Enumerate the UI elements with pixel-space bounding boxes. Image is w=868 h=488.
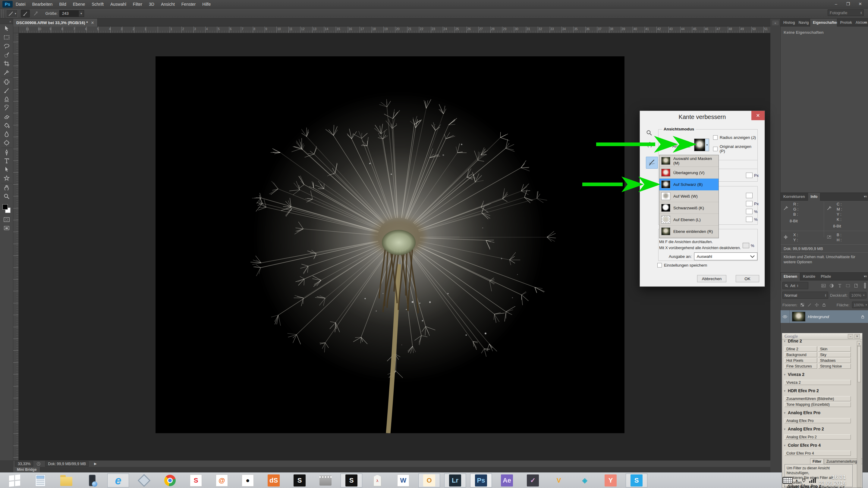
menu-ebene[interactable]: Ebene xyxy=(73,2,85,7)
s-app-taskbar-icon[interactable]: S xyxy=(289,474,310,487)
opacity-field[interactable]: 100%▾ xyxy=(849,292,867,298)
menu-datei[interactable]: Datei xyxy=(16,2,26,7)
path-select-tool[interactable] xyxy=(1,165,12,174)
tab-kanle[interactable]: Kanäle xyxy=(800,272,818,281)
taskbar-clock[interactable]: 16:31 23.09.2014 xyxy=(819,474,846,486)
cancel-button[interactable]: Abbrechen xyxy=(697,275,726,282)
nik-section-hdr-efex-pro-2[interactable]: ▾HDR Efex Pro 2 xyxy=(784,388,819,393)
show-radius-checkbox[interactable]: Radius anzeigen (J) xyxy=(713,135,756,140)
layer-visibility-toggle[interactable] xyxy=(781,310,789,323)
layer-row-background[interactable]: Hintergrund xyxy=(781,310,868,323)
menu-auswahl[interactable]: Auswahl xyxy=(110,2,126,7)
nik-section-viveza-2[interactable]: ▾Viveza 2 xyxy=(784,372,804,377)
y-app-taskbar-icon[interactable]: Y xyxy=(600,474,621,487)
workspace-select[interactable]: Fotografie ▴▾ xyxy=(828,9,864,16)
nik-filter-button[interactable]: Zusammenführen (Bildreihe) xyxy=(784,396,851,401)
mini-bridge-tab[interactable]: Mini Bridge xyxy=(13,467,40,472)
lock-position-icon[interactable] xyxy=(814,302,819,307)
collapse-tools-button[interactable]: » xyxy=(0,19,13,24)
status-options-arrow[interactable]: ▶ xyxy=(94,462,96,466)
healing-tool[interactable] xyxy=(1,77,12,86)
menu-bearbeiten[interactable]: Bearbeiten xyxy=(32,2,53,7)
close-icon[interactable]: ✕ xyxy=(855,334,860,338)
move-tool[interactable] xyxy=(1,24,12,33)
paint-bucket-tool[interactable] xyxy=(1,121,12,130)
close-icon[interactable]: ✕ xyxy=(91,21,94,25)
nik-filter-button[interactable]: Skin xyxy=(818,347,851,352)
nik-section-dfine-2[interactable]: ▾Dfine 2 xyxy=(784,338,802,344)
fill-field[interactable]: 100%▾ xyxy=(852,301,868,308)
ds-app-taskbar-icon[interactable]: dS xyxy=(263,474,284,487)
view-mode-item-7[interactable]: Ebene einblenden (R) xyxy=(659,226,718,237)
nik-filter-button[interactable]: Analog Efex Pro xyxy=(784,418,851,423)
carton-app-taskbar-icon[interactable]: λ xyxy=(367,474,388,487)
filter-smart-objects-icon[interactable] xyxy=(854,283,859,288)
phone-companion-taskbar-icon[interactable] xyxy=(82,474,103,487)
dialog-hand-tool[interactable] xyxy=(645,140,655,150)
minimize-button[interactable]: – xyxy=(848,334,853,338)
tab-korrekturen[interactable]: Korrekturen xyxy=(781,193,808,201)
photoshop-taskbar-icon[interactable]: Ps xyxy=(470,474,492,487)
menu-fenster[interactable]: Fenster xyxy=(181,2,195,7)
pen-tool[interactable] xyxy=(1,148,12,156)
foreground-color-swatch[interactable] xyxy=(2,204,8,210)
s-app-2-taskbar-icon[interactable]: S xyxy=(341,474,362,487)
lock-all-icon[interactable] xyxy=(822,302,827,307)
filter-adjustment-layers-icon[interactable] xyxy=(829,283,834,288)
shape-tool[interactable] xyxy=(1,174,12,183)
filter-shape-layers-icon[interactable] xyxy=(845,283,850,288)
quick-mask-button[interactable] xyxy=(1,216,12,224)
view-mode-item-5[interactable]: Schwarzweiß (K) xyxy=(659,202,718,214)
blend-mode-select[interactable]: Normal ▴▾ xyxy=(782,292,828,299)
checkbox-box[interactable] xyxy=(713,135,718,140)
restore-button[interactable]: ❐ xyxy=(842,0,854,8)
nik-filter-button[interactable]: Hot Pixels xyxy=(784,358,817,363)
nik-filter-button[interactable]: Dfine 2 xyxy=(784,347,817,352)
menu-hilfe[interactable]: Hilfe xyxy=(202,2,211,7)
nik-section-analog-efex-pro-2[interactable]: ▾Analog Efex Pro 2 xyxy=(784,427,824,431)
brush-tool[interactable] xyxy=(1,86,12,95)
clone-stamp-tool[interactable] xyxy=(1,95,12,103)
nik-scrollbar[interactable]: ▴ xyxy=(857,341,861,487)
screen-mode-button[interactable] xyxy=(1,224,12,232)
value-field[interactable] xyxy=(746,217,752,222)
filter-pixel-layers-icon[interactable] xyxy=(821,283,826,288)
show-original-checkbox[interactable]: Original anzeigen (P) xyxy=(713,144,757,153)
value-field[interactable] xyxy=(746,193,752,198)
checkbox-box[interactable] xyxy=(713,147,718,151)
minimize-button[interactable]: – xyxy=(830,0,842,8)
dialog-close-button[interactable]: ✕ xyxy=(751,111,765,120)
eyedropper-tool[interactable] xyxy=(1,68,12,76)
marquee-tool[interactable] xyxy=(1,33,12,41)
layer-filter-select[interactable]: Art ▴▾ xyxy=(782,282,808,289)
tab-pfade[interactable]: Pfade xyxy=(818,272,834,281)
view-mode-item-4[interactable]: Auf Weiß (W) xyxy=(659,190,718,202)
tool-preset-picker[interactable]: ▾ xyxy=(6,9,18,18)
scroll-up-arrow[interactable]: ▴ xyxy=(857,341,861,346)
save-settings-checkbox[interactable]: Einstellungen speichern xyxy=(657,263,707,267)
value-field[interactable] xyxy=(746,173,752,178)
refine-radius-tool[interactable] xyxy=(646,157,658,169)
lock-transparency-icon[interactable] xyxy=(800,302,805,307)
outlook-taskbar-icon[interactable]: O xyxy=(418,474,440,487)
calculator-taskbar-icon[interactable] xyxy=(30,474,51,487)
size-dropdown-arrow[interactable]: ▾ xyxy=(79,10,84,17)
blob-app-taskbar-icon[interactable]: ● xyxy=(237,474,258,487)
nik-filter-button[interactable]: Tone Mapping (Einzelbild) xyxy=(784,402,851,407)
diamond-app-taskbar-icon[interactable]: ◈ xyxy=(574,474,595,487)
airbrush-toggle[interactable] xyxy=(31,10,40,18)
lasso-tool[interactable] xyxy=(1,41,12,50)
nik-filter-button[interactable]: Viveza 2 xyxy=(784,380,851,385)
crop-tool[interactable] xyxy=(1,59,12,68)
value-field[interactable] xyxy=(746,209,752,214)
zoom-tool[interactable] xyxy=(1,192,12,201)
touch-keyboard-icon[interactable] xyxy=(782,477,793,484)
nik-section-color-efex-pro-4[interactable]: ▾Color Efex Pro 4 xyxy=(784,443,821,448)
menu-filter[interactable]: Filter xyxy=(133,2,142,7)
history-brush-tool[interactable] xyxy=(1,103,12,112)
network-signal-icon[interactable] xyxy=(809,478,816,483)
vertical-ruler[interactable] xyxy=(13,33,19,460)
document-image[interactable] xyxy=(156,56,624,433)
scrollbar-thumb[interactable] xyxy=(858,346,861,382)
view-mode-item-6[interactable]: Auf Ebenen (L) xyxy=(659,214,718,226)
